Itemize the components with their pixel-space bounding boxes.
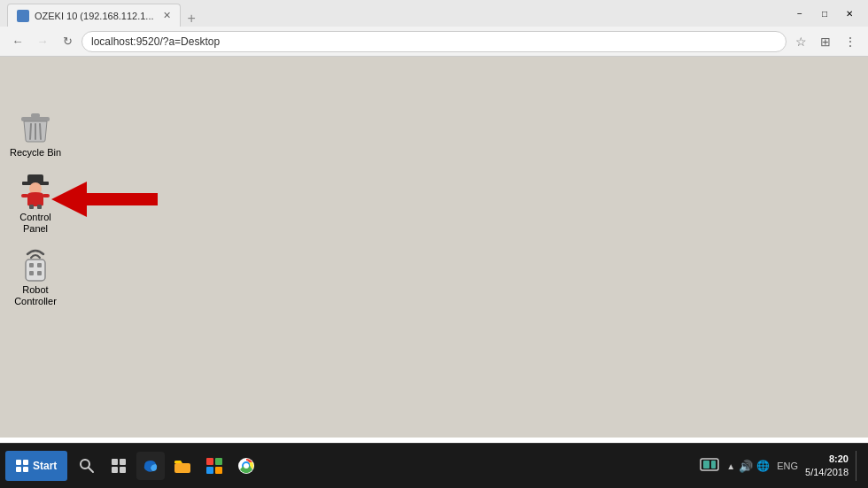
chrome-icon[interactable]	[232, 452, 260, 480]
svg-rect-28	[215, 467, 222, 474]
tray-expand-icon[interactable]: ▲	[726, 461, 735, 471]
svg-rect-9	[37, 205, 42, 209]
recycle-bin-icon[interactable]: Recycle Bin	[4, 105, 66, 162]
svg-rect-25	[206, 458, 213, 465]
search-taskbar-icon[interactable]	[73, 452, 101, 480]
robot-controller-icon[interactable]: Robot Controller	[4, 243, 66, 311]
taskbar-pinned-icons	[67, 452, 266, 480]
svg-rect-11	[43, 194, 50, 198]
svg-rect-26	[215, 458, 222, 465]
svg-rect-17	[37, 271, 42, 275]
svg-line-19	[89, 468, 93, 472]
task-view-icon[interactable]	[105, 452, 133, 480]
taskbar: Start	[0, 443, 868, 488]
control-panel-graphic	[18, 174, 53, 209]
language-indicator[interactable]: ENG	[777, 461, 798, 471]
recycle-bin-graphic	[18, 109, 53, 144]
svg-rect-27	[206, 467, 213, 474]
svg-rect-15	[37, 263, 42, 267]
tab-area: OZEKI 10 (192.168.112.1... ✕ +	[7, 0, 788, 27]
tray-icons: ▲ 🔊 🌐	[726, 460, 770, 473]
svg-rect-13	[26, 259, 45, 281]
close-button[interactable]: ✕	[838, 5, 861, 21]
robot-controller-graphic	[18, 246, 53, 282]
start-label: Start	[33, 460, 57, 472]
recycle-bin-label: Recycle Bin	[10, 147, 61, 159]
svg-rect-14	[29, 263, 34, 267]
browser-window: OZEKI 10 (192.168.112.1... ✕ + − □ ✕ ← →…	[0, 0, 868, 438]
file-explorer-icon[interactable]	[168, 452, 197, 480]
svg-line-2	[30, 124, 31, 139]
svg-rect-24	[174, 463, 190, 473]
clock[interactable]: 8:20 5/14/2018	[805, 453, 849, 480]
tab-close-button[interactable]: ✕	[163, 10, 171, 21]
svg-rect-20	[112, 459, 118, 465]
start-icon	[16, 460, 28, 472]
svg-rect-10	[21, 194, 28, 198]
svg-line-4	[40, 124, 41, 139]
svg-rect-34	[711, 461, 716, 469]
menu-icon[interactable]: ⋮	[840, 31, 861, 52]
svg-rect-22	[112, 467, 118, 473]
tab-title: OZEKI 10 (192.168.112.1...	[35, 11, 154, 21]
svg-rect-1	[31, 113, 40, 118]
svg-rect-21	[120, 459, 126, 465]
system-tray: ▲ 🔊 🌐 ENG 8:20 5/14/2018	[700, 451, 868, 481]
clock-date: 5/14/2018	[805, 466, 849, 479]
svg-rect-23	[120, 467, 126, 473]
forward-button[interactable]: →	[32, 31, 53, 52]
volume-icon[interactable]: 🔊	[739, 460, 753, 473]
window-controls: − □ ✕	[788, 5, 861, 21]
svg-rect-16	[29, 271, 34, 275]
new-tab-button[interactable]: +	[181, 11, 203, 27]
svg-point-31	[244, 463, 249, 469]
clock-time: 8:20	[805, 453, 849, 466]
tab-favicon	[17, 10, 29, 22]
svg-rect-8	[29, 205, 34, 209]
svg-marker-12	[51, 182, 158, 217]
address-bar: ← → ↻ ☆ ⊞ ⋮	[0, 27, 868, 57]
network-icon[interactable]: 🌐	[756, 460, 770, 472]
bookmark-icon[interactable]: ☆	[790, 31, 811, 52]
title-bar: OZEKI 10 (192.168.112.1... ✕ + − □ ✕	[0, 0, 868, 27]
svg-rect-33	[703, 461, 709, 469]
extensions-icon[interactable]: ⊞	[815, 31, 836, 52]
start-button[interactable]: Start	[5, 451, 67, 481]
browser-tab[interactable]: OZEKI 10 (192.168.112.1... ✕	[7, 4, 181, 27]
desktop: Recycle Bin	[0, 57, 868, 438]
store-icon[interactable]	[200, 452, 229, 480]
url-input[interactable]	[81, 31, 787, 52]
red-arrow	[51, 177, 158, 225]
robot-controller-label: Robot Controller	[8, 284, 63, 307]
maximize-button[interactable]: □	[813, 5, 836, 21]
back-button[interactable]: ←	[7, 31, 28, 52]
svg-rect-6	[27, 174, 43, 183]
minimize-button[interactable]: −	[788, 5, 811, 21]
control-panel-label: ControlPanel	[19, 212, 50, 235]
monitor-tray-icon[interactable]	[700, 458, 719, 474]
show-desktop-button[interactable]	[856, 451, 861, 481]
reload-button[interactable]: ↻	[57, 31, 78, 52]
edge-icon[interactable]	[136, 452, 165, 480]
